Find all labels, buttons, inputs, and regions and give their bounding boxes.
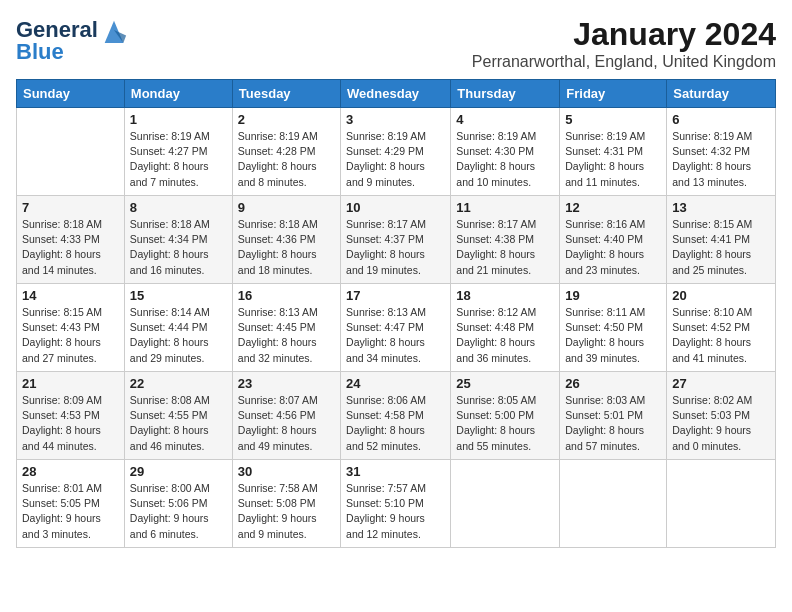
calendar-title: January 2024 [472,16,776,53]
day-info: Sunrise: 8:08 AM Sunset: 4:55 PM Dayligh… [130,393,227,454]
calendar-cell: 30Sunrise: 7:58 AM Sunset: 5:08 PM Dayli… [232,460,340,548]
calendar-cell: 16Sunrise: 8:13 AM Sunset: 4:45 PM Dayli… [232,284,340,372]
logo-icon [100,16,128,44]
day-number: 13 [672,200,770,215]
day-number: 12 [565,200,661,215]
calendar-cell: 15Sunrise: 8:14 AM Sunset: 4:44 PM Dayli… [124,284,232,372]
day-number: 4 [456,112,554,127]
calendar-cell: 27Sunrise: 8:02 AM Sunset: 5:03 PM Dayli… [667,372,776,460]
day-info: Sunrise: 8:19 AM Sunset: 4:28 PM Dayligh… [238,129,335,190]
day-number: 3 [346,112,445,127]
weekday-header-monday: Monday [124,80,232,108]
day-number: 28 [22,464,119,479]
day-number: 23 [238,376,335,391]
day-number: 29 [130,464,227,479]
calendar-cell: 7Sunrise: 8:18 AM Sunset: 4:33 PM Daylig… [17,196,125,284]
day-info: Sunrise: 8:19 AM Sunset: 4:27 PM Dayligh… [130,129,227,190]
weekday-header-row: SundayMondayTuesdayWednesdayThursdayFrid… [17,80,776,108]
weekday-header-sunday: Sunday [17,80,125,108]
day-info: Sunrise: 8:19 AM Sunset: 4:32 PM Dayligh… [672,129,770,190]
calendar-cell: 12Sunrise: 8:16 AM Sunset: 4:40 PM Dayli… [560,196,667,284]
day-info: Sunrise: 8:05 AM Sunset: 5:00 PM Dayligh… [456,393,554,454]
svg-marker-0 [105,21,124,43]
day-number: 19 [565,288,661,303]
calendar-cell: 3Sunrise: 8:19 AM Sunset: 4:29 PM Daylig… [341,108,451,196]
calendar-cell: 9Sunrise: 8:18 AM Sunset: 4:36 PM Daylig… [232,196,340,284]
calendar-cell: 19Sunrise: 8:11 AM Sunset: 4:50 PM Dayli… [560,284,667,372]
day-number: 14 [22,288,119,303]
day-number: 9 [238,200,335,215]
day-info: Sunrise: 8:19 AM Sunset: 4:30 PM Dayligh… [456,129,554,190]
day-number: 22 [130,376,227,391]
calendar-week-row: 21Sunrise: 8:09 AM Sunset: 4:53 PM Dayli… [17,372,776,460]
calendar-cell [451,460,560,548]
calendar-cell: 26Sunrise: 8:03 AM Sunset: 5:01 PM Dayli… [560,372,667,460]
day-number: 31 [346,464,445,479]
day-number: 25 [456,376,554,391]
day-number: 24 [346,376,445,391]
day-info: Sunrise: 8:14 AM Sunset: 4:44 PM Dayligh… [130,305,227,366]
calendar-cell: 24Sunrise: 8:06 AM Sunset: 4:58 PM Dayli… [341,372,451,460]
calendar-cell: 23Sunrise: 8:07 AM Sunset: 4:56 PM Dayli… [232,372,340,460]
calendar-cell: 17Sunrise: 8:13 AM Sunset: 4:47 PM Dayli… [341,284,451,372]
header: General Blue January 2024 Perranarwortha… [16,16,776,71]
day-info: Sunrise: 8:16 AM Sunset: 4:40 PM Dayligh… [565,217,661,278]
day-info: Sunrise: 8:06 AM Sunset: 4:58 PM Dayligh… [346,393,445,454]
weekday-header-friday: Friday [560,80,667,108]
calendar-cell: 20Sunrise: 8:10 AM Sunset: 4:52 PM Dayli… [667,284,776,372]
day-number: 7 [22,200,119,215]
weekday-header-wednesday: Wednesday [341,80,451,108]
day-number: 30 [238,464,335,479]
day-info: Sunrise: 8:09 AM Sunset: 4:53 PM Dayligh… [22,393,119,454]
calendar-cell [560,460,667,548]
day-info: Sunrise: 8:02 AM Sunset: 5:03 PM Dayligh… [672,393,770,454]
day-number: 1 [130,112,227,127]
calendar-cell: 11Sunrise: 8:17 AM Sunset: 4:38 PM Dayli… [451,196,560,284]
day-info: Sunrise: 8:03 AM Sunset: 5:01 PM Dayligh… [565,393,661,454]
calendar-cell: 31Sunrise: 7:57 AM Sunset: 5:10 PM Dayli… [341,460,451,548]
calendar-cell: 10Sunrise: 8:17 AM Sunset: 4:37 PM Dayli… [341,196,451,284]
calendar-subtitle: Perranarworthal, England, United Kingdom [472,53,776,71]
day-info: Sunrise: 8:19 AM Sunset: 4:31 PM Dayligh… [565,129,661,190]
day-number: 18 [456,288,554,303]
day-number: 6 [672,112,770,127]
day-info: Sunrise: 8:00 AM Sunset: 5:06 PM Dayligh… [130,481,227,542]
day-number: 16 [238,288,335,303]
day-info: Sunrise: 8:11 AM Sunset: 4:50 PM Dayligh… [565,305,661,366]
day-number: 15 [130,288,227,303]
calendar-cell: 22Sunrise: 8:08 AM Sunset: 4:55 PM Dayli… [124,372,232,460]
day-number: 27 [672,376,770,391]
weekday-header-saturday: Saturday [667,80,776,108]
day-info: Sunrise: 8:15 AM Sunset: 4:41 PM Dayligh… [672,217,770,278]
calendar-cell: 13Sunrise: 8:15 AM Sunset: 4:41 PM Dayli… [667,196,776,284]
day-info: Sunrise: 8:18 AM Sunset: 4:34 PM Dayligh… [130,217,227,278]
day-number: 11 [456,200,554,215]
day-number: 5 [565,112,661,127]
day-number: 10 [346,200,445,215]
day-number: 17 [346,288,445,303]
calendar-table: SundayMondayTuesdayWednesdayThursdayFrid… [16,79,776,548]
day-info: Sunrise: 8:13 AM Sunset: 4:47 PM Dayligh… [346,305,445,366]
day-info: Sunrise: 8:17 AM Sunset: 4:37 PM Dayligh… [346,217,445,278]
day-info: Sunrise: 8:13 AM Sunset: 4:45 PM Dayligh… [238,305,335,366]
calendar-week-row: 1Sunrise: 8:19 AM Sunset: 4:27 PM Daylig… [17,108,776,196]
calendar-cell: 5Sunrise: 8:19 AM Sunset: 4:31 PM Daylig… [560,108,667,196]
day-info: Sunrise: 8:18 AM Sunset: 4:33 PM Dayligh… [22,217,119,278]
calendar-week-row: 7Sunrise: 8:18 AM Sunset: 4:33 PM Daylig… [17,196,776,284]
day-info: Sunrise: 8:19 AM Sunset: 4:29 PM Dayligh… [346,129,445,190]
day-info: Sunrise: 8:01 AM Sunset: 5:05 PM Dayligh… [22,481,119,542]
calendar-cell: 18Sunrise: 8:12 AM Sunset: 4:48 PM Dayli… [451,284,560,372]
calendar-cell: 25Sunrise: 8:05 AM Sunset: 5:00 PM Dayli… [451,372,560,460]
calendar-cell: 29Sunrise: 8:00 AM Sunset: 5:06 PM Dayli… [124,460,232,548]
day-info: Sunrise: 8:10 AM Sunset: 4:52 PM Dayligh… [672,305,770,366]
calendar-cell [667,460,776,548]
calendar-cell: 21Sunrise: 8:09 AM Sunset: 4:53 PM Dayli… [17,372,125,460]
day-info: Sunrise: 8:18 AM Sunset: 4:36 PM Dayligh… [238,217,335,278]
day-info: Sunrise: 8:07 AM Sunset: 4:56 PM Dayligh… [238,393,335,454]
calendar-cell: 14Sunrise: 8:15 AM Sunset: 4:43 PM Dayli… [17,284,125,372]
title-block: January 2024 Perranarworthal, England, U… [472,16,776,71]
calendar-cell: 6Sunrise: 8:19 AM Sunset: 4:32 PM Daylig… [667,108,776,196]
calendar-cell: 2Sunrise: 8:19 AM Sunset: 4:28 PM Daylig… [232,108,340,196]
day-info: Sunrise: 7:58 AM Sunset: 5:08 PM Dayligh… [238,481,335,542]
calendar-cell: 8Sunrise: 8:18 AM Sunset: 4:34 PM Daylig… [124,196,232,284]
